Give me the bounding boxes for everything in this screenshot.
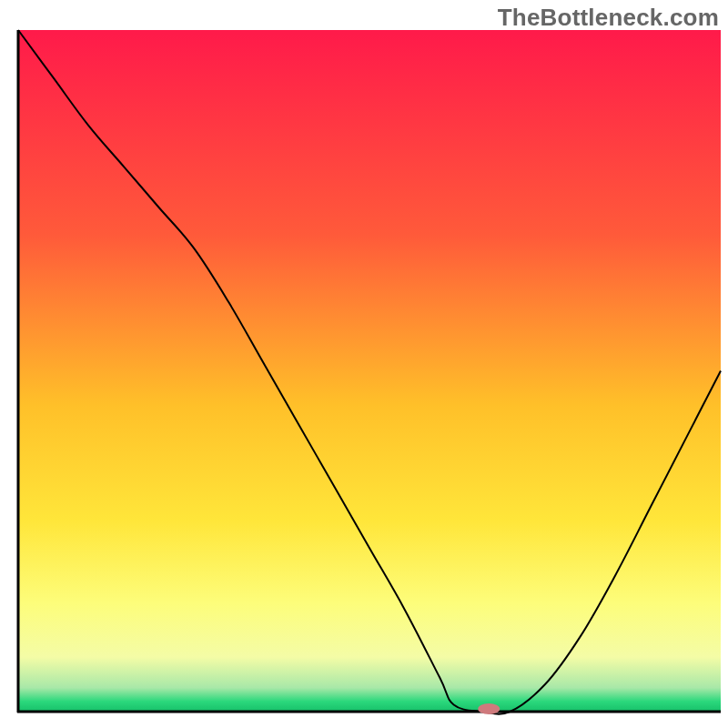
chart-container: TheBottleneck.com — [0, 0, 728, 728]
optimal-point-marker — [478, 703, 500, 714]
chart-background — [18, 30, 721, 712]
watermark-label: TheBottleneck.com — [498, 4, 719, 32]
bottleneck-chart — [0, 0, 728, 728]
